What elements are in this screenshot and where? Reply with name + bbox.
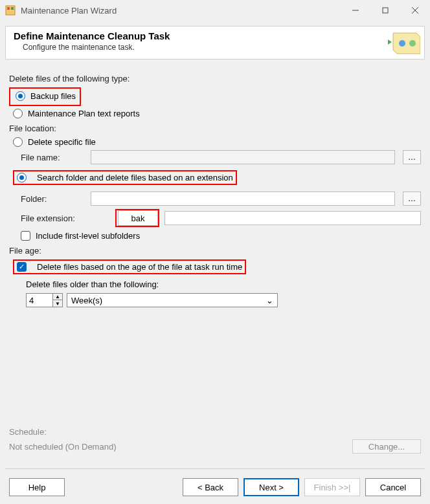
change-schedule-button[interactable]: Change...: [352, 439, 421, 454]
chevron-down-icon: ⌄: [266, 296, 273, 305]
radio-text-reports[interactable]: [13, 109, 23, 118]
radio-backup-files-label: Backup files: [30, 91, 76, 101]
age-unit-value: Week(s): [71, 296, 102, 305]
titlebar: Maintenance Plan Wizard: [0, 0, 430, 21]
svg-point-8: [399, 40, 405, 47]
delete-by-age-label: Delete files based on the age of the fil…: [37, 262, 242, 272]
close-button[interactable]: [400, 0, 430, 21]
wizard-header: Define Maintenance Cleanup Task Configur…: [5, 26, 425, 60]
include-subfolders-label: Include first-level subfolders: [36, 231, 140, 241]
radio-delete-specific-label: Delete specific file: [28, 137, 96, 147]
extension-trail-input[interactable]: [164, 211, 421, 225]
folder-browse-button[interactable]: …: [403, 192, 421, 206]
radio-delete-specific[interactable]: [13, 137, 23, 147]
file-age-label: File age:: [9, 246, 421, 256]
page-subtitle: Configure the maintenance task.: [23, 43, 416, 52]
radio-search-folder-label: Search folder and delete files based on …: [37, 173, 233, 182]
spinner-up-icon[interactable]: ▲: [53, 294, 62, 300]
delete-by-age-checkbox[interactable]: [17, 262, 27, 272]
age-number-input[interactable]: [26, 293, 53, 307]
radio-backup-files[interactable]: [16, 91, 25, 101]
app-icon: [5, 5, 16, 16]
radio-text-reports-label: Maintenance Plan text reports: [28, 109, 140, 118]
back-button[interactable]: < Back: [183, 478, 238, 496]
delete-type-label: Delete files of the following type:: [9, 74, 421, 83]
maximize-button[interactable]: [370, 0, 400, 21]
age-unit-dropdown[interactable]: Week(s) ⌄: [67, 293, 278, 307]
finish-button: Finish >>|: [304, 478, 360, 496]
help-button[interactable]: Help: [9, 478, 65, 496]
file-location-label: File location:: [9, 124, 421, 133]
older-than-label: Delete files older than the following:: [26, 279, 421, 289]
svg-rect-2: [11, 7, 14, 10]
age-number-spinner[interactable]: ▲ ▼: [26, 293, 63, 307]
footer-divider: [5, 468, 425, 469]
next-button[interactable]: Next >: [243, 478, 299, 496]
svg-rect-4: [383, 8, 388, 13]
extension-input[interactable]: bak: [118, 210, 158, 226]
window-title: Maintenance Plan Wizard: [21, 6, 341, 16]
header-decoration-icon: [387, 29, 420, 58]
spinner-down-icon[interactable]: ▼: [53, 300, 62, 307]
svg-rect-1: [7, 7, 10, 10]
radio-search-folder[interactable]: [17, 173, 27, 182]
file-name-browse-button[interactable]: …: [403, 150, 421, 164]
file-name-label: File name:: [21, 153, 85, 162]
file-name-input[interactable]: [91, 150, 395, 164]
schedule-value: Not scheduled (On Demand): [9, 442, 116, 452]
svg-point-9: [409, 40, 416, 47]
cancel-button[interactable]: Cancel: [365, 478, 421, 496]
svg-marker-10: [388, 39, 392, 45]
include-subfolders-checkbox[interactable]: [21, 231, 30, 241]
folder-label: Folder:: [21, 194, 85, 204]
page-title: Define Maintenance Cleanup Task: [14, 30, 416, 41]
schedule-label: Schedule:: [9, 427, 421, 437]
extension-label: File extension:: [21, 214, 85, 223]
svg-marker-7: [393, 33, 420, 54]
minimize-button[interactable]: [341, 0, 370, 21]
folder-input[interactable]: [91, 192, 395, 206]
